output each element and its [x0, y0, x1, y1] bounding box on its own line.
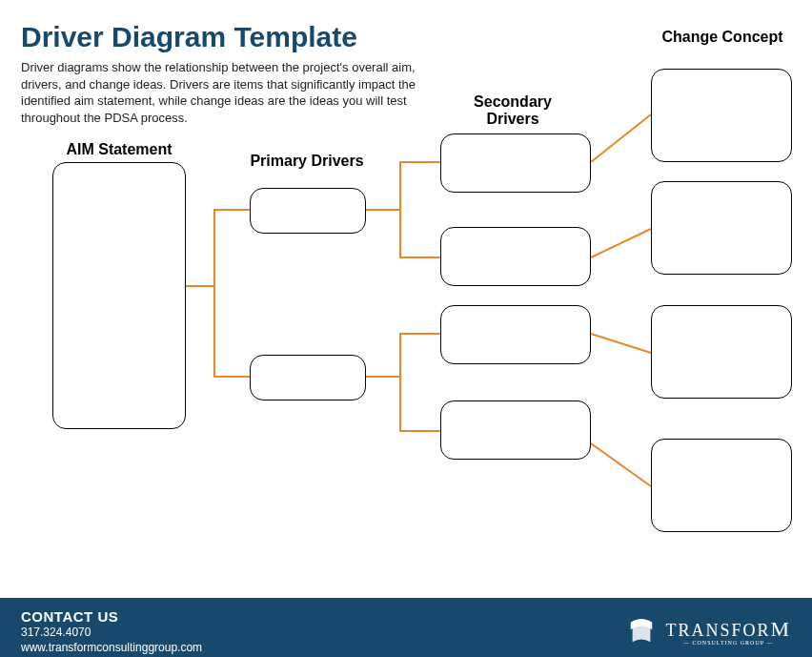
- logo-text: TRANSFORM — CONSULTING GROUP —: [665, 617, 791, 646]
- column-label-secondary: Secondary Drivers: [446, 93, 579, 128]
- brand-sub: — CONSULTING GROUP —: [665, 640, 791, 646]
- contact-website: www.transformconsultinggroup.com: [21, 641, 202, 656]
- primary-driver-box-2: [250, 355, 366, 400]
- brand-logo: TRANSFORM — CONSULTING GROUP —: [627, 617, 791, 646]
- logo-mark-icon: [627, 617, 656, 646]
- contact-block: CONTACT US 317.324.4070 www.transformcon…: [21, 607, 202, 656]
- page-subtitle: Driver diagrams show the relationship be…: [21, 59, 440, 126]
- brand-main: TRANSFOR: [665, 621, 770, 640]
- change-concept-box-2: [651, 181, 792, 275]
- change-concept-box-4: [651, 439, 792, 532]
- secondary-driver-box-2: [440, 227, 591, 286]
- page-title: Driver Diagram Template: [21, 21, 357, 53]
- contact-title: CONTACT US: [21, 607, 202, 626]
- primary-driver-box-1: [250, 188, 366, 234]
- footer: CONTACT US 317.324.4070 www.transformcon…: [0, 598, 812, 657]
- change-concept-box-3: [651, 305, 792, 399]
- secondary-driver-box-1: [440, 133, 591, 193]
- secondary-driver-box-4: [440, 400, 591, 460]
- aim-statement-box: [52, 162, 186, 429]
- change-concept-box-1: [651, 69, 792, 162]
- column-label-aim: AIM Statement: [52, 141, 186, 158]
- column-label-change: Change Concept: [656, 29, 789, 46]
- driver-diagram-page: Driver Diagram Template Driver diagrams …: [0, 0, 812, 657]
- secondary-driver-box-3: [440, 305, 591, 364]
- contact-phone: 317.324.4070: [21, 626, 202, 641]
- column-label-primary: Primary Drivers: [250, 153, 364, 170]
- brand-m: M: [770, 617, 791, 641]
